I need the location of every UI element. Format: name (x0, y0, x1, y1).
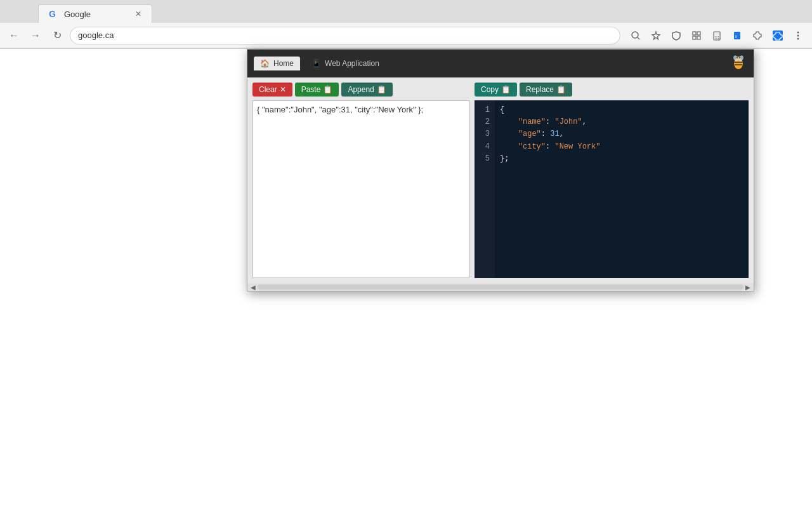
svg-rect-4 (693, 32, 696, 35)
svg-point-29 (739, 57, 740, 58)
shield-icon-btn[interactable] (667, 27, 685, 44)
code-display: 1 2 3 4 5 { "name": "John", "age": 31, "… (475, 100, 749, 278)
clear-button[interactable]: Clear ✕ (252, 83, 292, 97)
svg-line-2 (638, 37, 639, 39)
omnibar-input[interactable] (70, 27, 620, 44)
browser-chrome: G Google ✕ ← → ↻ (0, 0, 812, 49)
right-panel: Copy 📋 Replace 📋 1 2 3 4 5 { (475, 77, 754, 283)
calculator-icon (712, 30, 722, 41)
shield-icon (671, 30, 681, 41)
svg-rect-9 (715, 32, 719, 34)
extension-popup: 🏠 Home 📱 Web Application (247, 49, 754, 291)
paste-label: Paste (301, 85, 321, 94)
lens-icon-btn[interactable] (627, 27, 645, 44)
code-line-4: "city": "New York" (500, 141, 743, 153)
right-button-row: Copy 📋 Replace 📋 (475, 83, 749, 97)
svg-point-1 (632, 32, 638, 38)
copy-label: Copy (481, 85, 499, 94)
svg-text:i: i (735, 34, 737, 39)
popup-titlebar: 🏠 Home 📱 Web Application (247, 50, 754, 77)
forward-button[interactable]: → (27, 27, 44, 44)
append-icon: 📋 (377, 85, 386, 94)
code-line-1: { (500, 104, 743, 116)
svg-rect-7 (697, 36, 700, 39)
line-numbers: 1 2 3 4 5 (475, 100, 495, 278)
home-tab-label: Home (273, 59, 294, 68)
popup-tab-home[interactable]: 🏠 Home (254, 57, 300, 70)
refresh-button[interactable]: ↻ (48, 27, 66, 44)
svg-point-19 (797, 31, 799, 33)
line-num-5: 5 (480, 153, 490, 165)
extension-icon (752, 30, 763, 41)
line-num-2: 2 (480, 116, 490, 128)
svg-point-13 (715, 38, 716, 39)
active-tab[interactable]: G Google ✕ (38, 4, 152, 23)
extension-icon-btn[interactable] (749, 27, 766, 44)
code-line-5: }; (500, 153, 743, 165)
copy-icon: 📋 (501, 85, 511, 94)
lens-icon (631, 30, 641, 41)
svg-rect-5 (697, 32, 700, 35)
input-textarea[interactable]: { "name":"John", "age":31, "city":"New Y… (252, 100, 469, 278)
menu-dots-btn[interactable] (789, 27, 807, 44)
calculator-icon-btn[interactable] (708, 27, 726, 44)
svg-marker-3 (652, 32, 660, 39)
scrollbar-track[interactable] (258, 284, 743, 290)
tab-title: Google (64, 10, 91, 19)
replace-label: Replace (526, 85, 554, 94)
webapp-tab-label: Web Application (325, 59, 379, 68)
line-num-3: 3 (480, 128, 490, 140)
grid-icon (691, 30, 702, 41)
scroll-right-arrow[interactable]: ▶ (743, 284, 752, 291)
dots-icon (793, 30, 803, 41)
popup-content: Clear ✕ Paste 📋 Append 📋 { "name":"John"… (247, 77, 754, 283)
bee-svg (730, 53, 747, 71)
append-label: Append (348, 85, 374, 94)
svg-text:G: G (49, 9, 56, 19)
copy-button[interactable]: Copy 📋 (475, 83, 517, 97)
active-extension-icon (772, 30, 783, 41)
scroll-left-arrow[interactable]: ◀ (249, 284, 258, 291)
svg-point-20 (797, 34, 799, 36)
toolbar-icons: i (627, 27, 807, 44)
svg-point-21 (797, 37, 799, 39)
omnibar-row: ← → ↻ (0, 23, 812, 48)
svg-point-10 (715, 36, 716, 37)
grid-icon-btn[interactable] (688, 27, 705, 44)
svg-point-15 (718, 38, 719, 39)
tab-bar: G Google ✕ (0, 0, 812, 23)
flag-icon: i (732, 30, 742, 41)
line-num-1: 1 (480, 104, 490, 116)
paste-button[interactable]: Paste 📋 (295, 83, 339, 97)
webapp-tab-icon: 📱 (311, 59, 321, 68)
replace-icon: 📋 (556, 85, 566, 94)
scrollbar-bottom: ◀ ▶ (247, 283, 754, 291)
back-button[interactable]: ← (5, 27, 23, 44)
replace-button[interactable]: Replace 📋 (520, 83, 572, 97)
svg-point-11 (716, 36, 717, 37)
left-panel: Clear ✕ Paste 📋 Append 📋 { "name":"John"… (247, 77, 475, 283)
star-icon (651, 30, 661, 41)
svg-rect-6 (693, 36, 696, 39)
paste-icon: 📋 (323, 85, 332, 94)
clear-icon: ✕ (280, 85, 286, 94)
bee-icon (730, 53, 747, 74)
left-button-row: Clear ✕ Paste 📋 Append 📋 (252, 83, 469, 97)
flag-icon-btn[interactable]: i (728, 27, 746, 44)
tab-close-btn[interactable]: ✕ (135, 10, 141, 18)
popup-tab-webapp[interactable]: 📱 Web Application (305, 57, 386, 70)
active-extension-btn[interactable] (769, 27, 787, 44)
code-line-2: "name": "John", (500, 116, 743, 128)
svg-point-12 (718, 36, 719, 37)
home-tab-icon: 🏠 (260, 59, 270, 68)
svg-point-28 (737, 57, 738, 58)
code-content: { "name": "John", "age": 31, "city": "Ne… (495, 100, 749, 278)
append-button[interactable]: Append 📋 (341, 83, 392, 97)
code-line-3: "age": 31, (500, 128, 743, 140)
clear-label: Clear (259, 85, 277, 94)
line-num-4: 4 (480, 141, 490, 153)
tab-favicon: G (49, 9, 59, 19)
star-icon-btn[interactable] (647, 27, 665, 44)
svg-point-14 (716, 38, 717, 39)
